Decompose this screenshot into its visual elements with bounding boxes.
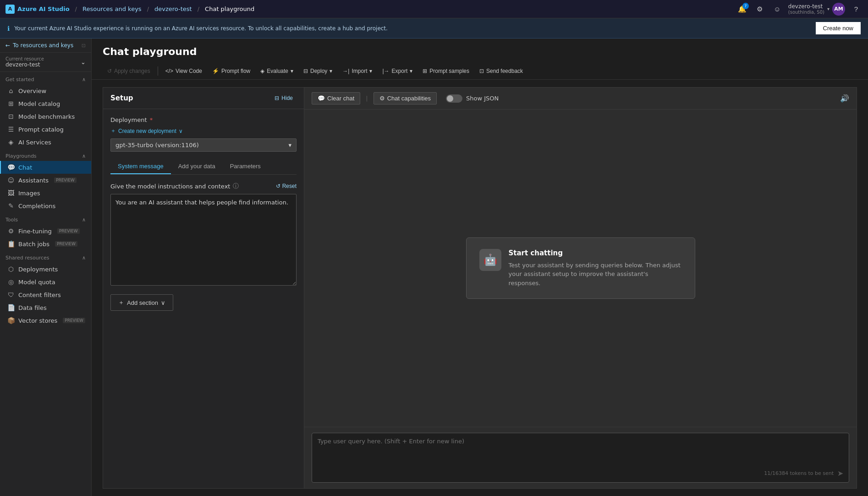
chat-capabilities-icon: ⚙ [379,95,385,102]
send-button[interactable]: ➤ [837,469,843,478]
system-message-section: Give the model instructions and context … [110,182,297,287]
section-collapse-icon2: ∧ [82,153,86,159]
resource-name: devzero-test [5,61,44,68]
sidebar-resource[interactable]: Current resource devzero-test ⌄ [0,53,91,72]
sidebar-item-label: Overview [18,88,46,94]
smiley-button[interactable]: ☺ [771,3,784,16]
sidebar-item-ai-services[interactable]: ◈ AI Services [0,136,91,149]
sidebar-item-assistants[interactable]: ☺ Assistants PREVIEW [0,174,91,187]
send-feedback-button[interactable]: ⊡ Send feedback [475,66,527,77]
deploy-button[interactable]: ⊟ Deploy ▾ [299,66,337,77]
section-header-shared-resources[interactable]: Shared resources ∧ [0,250,91,263]
section-collapse-icon3: ∧ [82,217,86,223]
start-chatting-card: 🤖 Start chatting Test your assistant by … [466,237,695,299]
code-icon: </> [165,68,173,74]
create-now-button[interactable]: Create now [816,22,861,34]
chat-header: 💬 Clear chat | ⚙ Chat capabilities Show … [304,88,857,110]
sidebar-item-model-catalog[interactable]: ⊞ Model catalog [0,97,91,110]
sidebar-item-data-files[interactable]: 📄 Data files [0,301,91,314]
hide-button[interactable]: ⊟ Hide [271,93,297,103]
notification-button[interactable]: 🔔 7 [736,3,749,16]
sidebar-item-fine-tuning[interactable]: ⚙ Fine-tuning PREVIEW [0,225,91,237]
apply-changes-icon: ↺ [107,68,112,74]
import-button[interactable]: →| Import ▾ [338,66,377,77]
chat-input-area: 11/16384 tokens to be sent ➤ [304,427,857,488]
chat-panel: 💬 Clear chat | ⚙ Chat capabilities Show … [304,87,857,489]
sidebar-item-prompt-catalog[interactable]: ☰ Prompt catalog [0,123,91,136]
sidebar-item-vector-stores[interactable]: 📦 Vector stores PREVIEW [0,314,91,327]
sidebar-item-label: Content filters [18,292,61,298]
import-icon: →| [342,68,349,74]
user-dropdown-icon: ▾ [827,6,830,11]
export-icon: |→ [382,68,389,74]
chat-capabilities-button[interactable]: ⚙ Chat capabilities [374,92,437,105]
chat-input-footer: 11/16384 tokens to be sent ➤ [318,469,843,478]
sidebar-item-model-benchmarks[interactable]: ⊡ Model benchmarks [0,110,91,123]
sidebar-item-content-filters[interactable]: 🛡 Content filters [0,288,91,301]
instructions-info-icon: ⓘ [233,182,239,190]
clear-chat-button[interactable]: 💬 Clear chat [312,92,360,105]
sidebar-item-chat[interactable]: 💬 Chat [0,161,91,174]
help-button[interactable]: ? [850,3,863,16]
section-label-tools: Tools [5,217,18,223]
sidebar-item-label: Prompt catalog [18,126,64,133]
sidebar-item-overview[interactable]: ⌂ Overview [0,84,91,97]
user-avatar[interactable]: AM [832,3,845,16]
system-message-textarea[interactable]: You are an AI assistant that helps peopl… [110,194,297,286]
setup-header: Setup ⊟ Hide [103,88,304,109]
apply-changes-button[interactable]: ↺ Apply changes [103,66,155,77]
create-deployment-button[interactable]: ＋ Create new deployment ∨ [110,127,183,135]
prompt-flow-button[interactable]: ⚡ Prompt flow [208,66,255,77]
sidebar-item-label: Model catalog [18,100,60,107]
plus-icon: ＋ [110,127,116,135]
content-area: Chat playground ↺ Apply changes </> View… [92,39,868,496]
export-button[interactable]: |→ Export ▾ [378,66,417,77]
evaluate-button[interactable]: ◈ Evaluate ▾ [256,66,298,77]
tab-add-your-data[interactable]: Add your data [171,159,223,174]
back-arrow-icon: ← [5,42,10,49]
sidebar-item-images[interactable]: 🖼 Images [0,187,91,199]
main-layout: ← To resources and keys ⊡ Current resour… [0,39,868,496]
sidebar-item-label: Deployments [18,266,58,273]
reset-button[interactable]: ↺ Reset [276,183,297,189]
speaker-icon[interactable]: 🔊 [840,94,849,103]
breadcrumb-devzero[interactable]: devzero-test [154,6,192,12]
fine-tuning-icon: ⚙ [7,227,15,235]
app-logo[interactable]: A Azure AI Studio [5,5,70,14]
sidebar-item-deployments[interactable]: ⬡ Deployments [0,263,91,276]
section-header-playgrounds[interactable]: Playgrounds ∧ [0,149,91,161]
deploy-icon: ⊟ [303,68,308,74]
sidebar-back-button[interactable]: ← To resources and keys ⊡ [0,39,91,53]
sidebar-item-batch-jobs[interactable]: 📋 Batch jobs PREVIEW [0,237,91,250]
json-toggle-switch[interactable] [446,94,462,103]
chat-input-wrapper: 11/16384 tokens to be sent ➤ [312,433,849,483]
sidebar-item-model-quota[interactable]: ◎ Model quota [0,276,91,288]
data-files-icon: 📄 [7,304,15,311]
info-banner: ℹ Your current Azure AI Studio experienc… [0,18,868,39]
user-info[interactable]: devzero-test (southindia, S0) ▾ AM [788,3,845,16]
add-section-button[interactable]: ＋ Add section ∨ [110,294,173,311]
deployment-select[interactable]: gpt-35-turbo (version:1106) ▾ [110,138,297,152]
section-header-tools[interactable]: Tools ∧ [0,212,91,225]
view-code-button[interactable]: </> View Code [161,66,207,77]
token-count: 11/16384 tokens to be sent [764,470,834,476]
breadcrumb-resources[interactable]: Resources and keys [82,6,142,12]
instructions-label: Give the model instructions and context [110,183,230,190]
chat-input[interactable] [318,438,843,465]
tab-system-message[interactable]: System message [110,159,171,174]
sidebar-item-label: Data files [18,304,47,311]
prompt-samples-button[interactable]: ⊞ Prompt samples [418,66,474,77]
sidebar-item-completions[interactable]: ✎ Completions [0,199,91,212]
settings-button[interactable]: ⚙ [753,3,766,16]
toolbar: ↺ Apply changes </> View Code ⚡ Prompt f… [92,63,868,80]
breadcrumb-sep-2: / [147,6,149,12]
select-dropdown-icon: ▾ [288,142,291,149]
chat-bot-icon: 🤖 [479,249,501,271]
sidebar-item-label: Vector stores [18,317,57,324]
section-header-get-started[interactable]: Get started ∧ [0,72,91,84]
instructions-label-row: Give the model instructions and context … [110,182,297,190]
sidebar-item-label: Batch jobs [18,241,49,248]
tab-parameters[interactable]: Parameters [223,159,268,174]
chat-header-right: 🔊 [840,94,849,103]
setup-tabs: System message Add your data Parameters [110,159,297,175]
